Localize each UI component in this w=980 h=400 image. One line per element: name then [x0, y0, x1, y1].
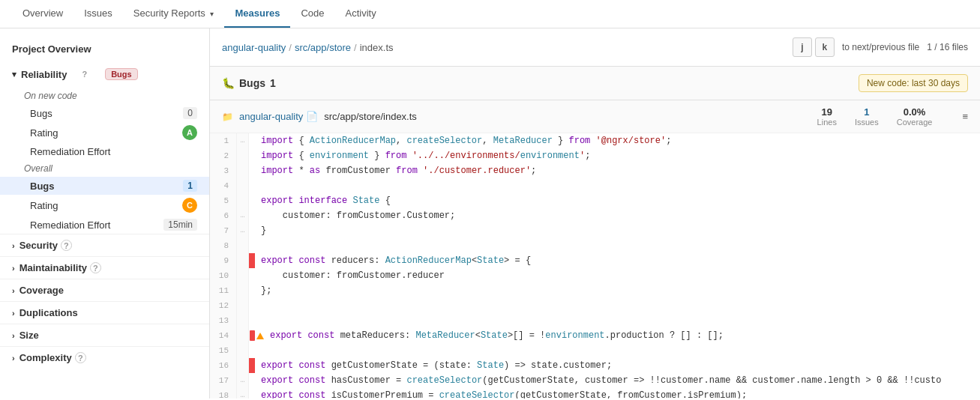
size-label: Size [19, 330, 39, 341]
code-content: export const getCustomerState = (state: … [255, 358, 980, 373]
file-path-name: src/app/store/index.ts [324, 111, 417, 122]
code-content: export const reducers: ActionReducerMap<… [255, 253, 980, 268]
line-number: 8 [210, 238, 237, 253]
bugs-label: Bugs [239, 77, 265, 89]
bug-warn-marker [249, 328, 264, 343]
sidebar-item-new-bugs[interactable]: Bugs 0 [0, 104, 209, 122]
new-code-badge: New code: last 30 days [859, 74, 968, 92]
line-dots [237, 178, 249, 193]
breadcrumb-file: index.ts [360, 42, 394, 53]
sidebar: Project Overview ▾ Reliability ? Bugs On… [0, 28, 210, 399]
line-number: 17 [210, 373, 237, 388]
code-line: 11}; [210, 283, 980, 298]
breadcrumb-sep1: / [289, 42, 292, 53]
menu-icon[interactable]: ≡ [962, 111, 968, 122]
breadcrumb-project[interactable]: angular-quality [222, 42, 286, 53]
line-dots [237, 268, 249, 283]
sidebar-item-new-remediation[interactable]: Remediation Effort [0, 143, 209, 160]
top-navigation: Overview Issues Security Reports ▾ Measu… [0, 0, 980, 28]
new-bugs-value: 0 [183, 107, 197, 119]
no-marker [249, 343, 255, 358]
overall-bugs-value: 1 [183, 180, 197, 192]
no-marker [249, 133, 255, 148]
issues-label: Issues [855, 118, 879, 127]
sidebar-section-maintainability[interactable]: › Maintainability ? [0, 256, 209, 279]
stat-issues: 1 Issues [855, 106, 879, 127]
line-number: 1 [210, 133, 237, 148]
sidebar-section-complexity[interactable]: › Complexity ? [0, 346, 209, 369]
nav-code[interactable]: Code [290, 0, 334, 28]
sidebar-section-duplications[interactable]: › Duplications [0, 301, 209, 324]
code-content: import * as fromCustomer from './custome… [255, 163, 980, 178]
code-line: 6… customer: fromCustomer.Customer; [210, 208, 980, 223]
line-number: 2 [210, 148, 237, 163]
line-dots [237, 298, 249, 313]
sidebar-title: Project Overview [0, 37, 209, 61]
line-number: 5 [210, 193, 237, 208]
line-dots: … [237, 208, 249, 223]
line-number: 14 [210, 328, 237, 343]
breadcrumb-sep2: / [354, 42, 357, 53]
sidebar-item-new-rating[interactable]: Rating A [0, 122, 209, 143]
lines-label: Lines [817, 118, 837, 127]
nav-measures[interactable]: Measures [224, 0, 290, 28]
code-content: customer: fromCustomer.Customer; [255, 208, 980, 223]
nav-issues[interactable]: Issues [73, 0, 123, 28]
no-marker [249, 148, 255, 163]
code-content: customer: fromCustomer.reducer [255, 268, 980, 283]
duplications-label: Duplications [19, 307, 78, 318]
file-folder-name[interactable]: angular-quality [239, 111, 303, 122]
no-marker [249, 313, 255, 328]
no-marker [249, 298, 255, 313]
chevron-right-icon: › [12, 309, 15, 318]
code-line: 15 [210, 343, 980, 358]
rating-badge-a: A [182, 125, 197, 140]
breadcrumb-bar: angular-quality / src/app/store / index.… [210, 28, 980, 67]
file-nav-buttons: j k to next/previous file 1 / 16 files [793, 37, 968, 57]
nav-activity[interactable]: Activity [335, 0, 387, 28]
chevron-right-icon: › [12, 264, 15, 273]
code-content: export const hasCustomer = createSelecto… [255, 373, 980, 388]
nav-overview[interactable]: Overview [12, 0, 73, 28]
no-marker [249, 163, 255, 178]
sidebar-section-reliability[interactable]: ▾ Reliability ? Bugs [0, 61, 209, 88]
breadcrumb-path[interactable]: src/app/store [295, 42, 351, 53]
sidebar-section-coverage[interactable]: › Coverage [0, 279, 209, 301]
nav-security-reports[interactable]: Security Reports ▾ [123, 0, 225, 28]
code-content: }; [255, 283, 980, 298]
sidebar-section-security[interactable]: › Security ? [0, 234, 209, 256]
code-line: 14export const metaReducers: MetaReducer… [210, 328, 980, 343]
line-dots [237, 358, 249, 373]
code-content [255, 343, 980, 358]
line-dots [237, 238, 249, 253]
sidebar-section-size[interactable]: › Size [0, 324, 209, 346]
no-marker [249, 193, 255, 208]
complexity-help-icon: ? [75, 352, 86, 363]
sidebar-item-overall-bugs[interactable]: Bugs 1 [0, 177, 209, 195]
code-line: 7…} [210, 223, 980, 238]
sidebar-item-overall-remediation[interactable]: Remediation Effort 15min [0, 216, 209, 234]
code-viewer[interactable]: 1…import { ActionReducerMap, createSelec… [210, 133, 980, 399]
line-number: 7 [210, 223, 237, 238]
code-line: 5export interface State { [210, 193, 980, 208]
no-marker [249, 268, 255, 283]
code-line: 10 customer: fromCustomer.reducer [210, 268, 980, 283]
chevron-right-icon: › [12, 286, 15, 295]
prev-file-button[interactable]: j [793, 37, 812, 57]
line-dots [237, 283, 249, 298]
code-line: 8 [210, 238, 980, 253]
line-number: 15 [210, 343, 237, 358]
sidebar-item-overall-rating[interactable]: Rating C [0, 195, 209, 216]
line-number: 12 [210, 298, 237, 313]
next-file-button[interactable]: k [815, 37, 835, 57]
code-line: 13 [210, 313, 980, 328]
no-marker [249, 388, 255, 399]
line-number: 4 [210, 178, 237, 193]
code-line: 17…export const hasCustomer = createSele… [210, 373, 980, 388]
reliability-help-icon: ? [70, 65, 99, 83]
main-layout: Project Overview ▾ Reliability ? Bugs On… [0, 28, 980, 399]
bug-marker [249, 358, 255, 373]
stat-lines: 19 Lines [817, 106, 837, 127]
no-marker [249, 238, 255, 253]
overall-remediation-value: 15min [163, 219, 197, 231]
